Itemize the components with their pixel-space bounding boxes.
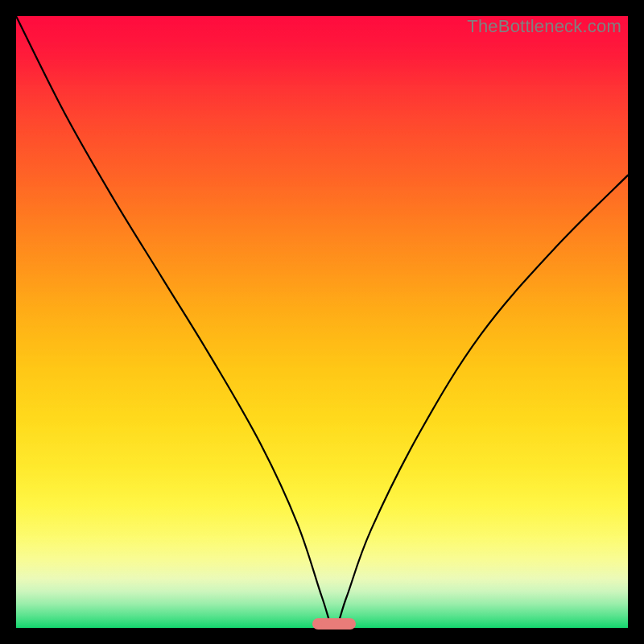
minimum-marker: [312, 618, 356, 630]
chart-frame: TheBottleneck.com: [16, 16, 628, 628]
chart-plot-area: TheBottleneck.com: [16, 16, 628, 628]
bottleneck-curve: [16, 16, 628, 628]
